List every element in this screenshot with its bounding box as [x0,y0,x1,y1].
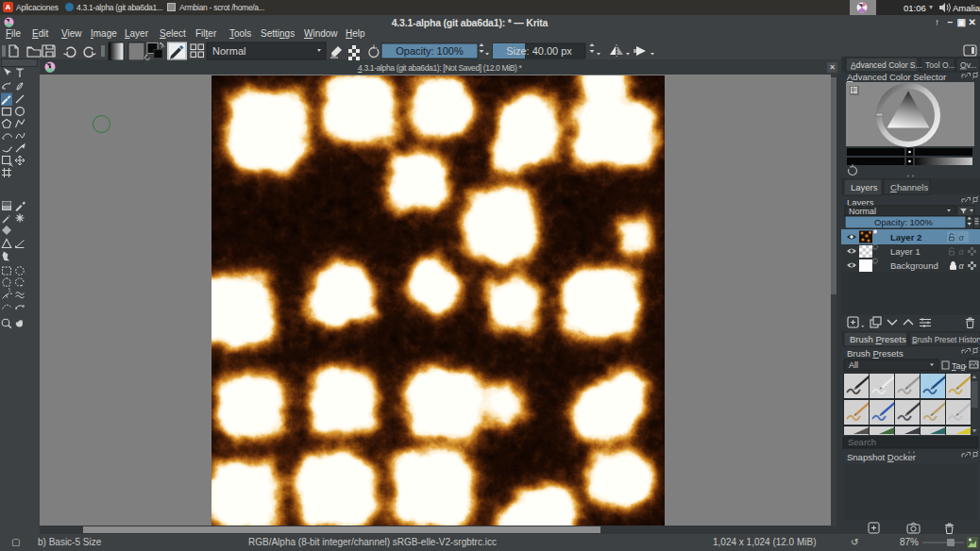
svg-text:Normal: Normal [849,207,876,216]
svg-text:Advanced Color S...: Advanced Color S... [851,60,922,70]
svg-text:Tag: Tag [952,361,966,371]
svg-text:Size: 40.00 px: Size: 40.00 px [506,45,572,57]
svg-text:Search: Search [848,437,876,447]
svg-text:Brush Presets: Brush Presets [847,348,904,359]
svg-text:Snapshot Docker: Snapshot Docker [847,452,916,462]
svg-text:α: α [959,233,965,242]
svg-text:Opacity: 100%: Opacity: 100% [396,45,464,57]
svg-text:Channels: Channels [890,182,928,192]
svg-text:Brush Presets: Brush Presets [850,334,906,344]
svg-text:Background: Background [890,260,938,271]
svg-text:Ov...: Ov... [960,60,976,70]
svg-text:α: α [959,261,965,271]
svg-text:All: All [849,360,858,370]
svg-text:Layers: Layers [851,182,878,192]
svg-text:Advanced Color Selector: Advanced Color Selector [847,72,946,82]
svg-text:Normal: Normal [212,45,245,57]
svg-text:Tool O...: Tool O... [925,60,955,70]
svg-text:Brush Preset History: Brush Preset History [912,336,980,344]
svg-text:Layer 2: Layer 2 [890,232,921,242]
svg-text:Layer 1: Layer 1 [890,246,921,257]
svg-text:α: α [959,247,965,257]
svg-text:Opacity: 100%: Opacity: 100% [874,217,933,227]
